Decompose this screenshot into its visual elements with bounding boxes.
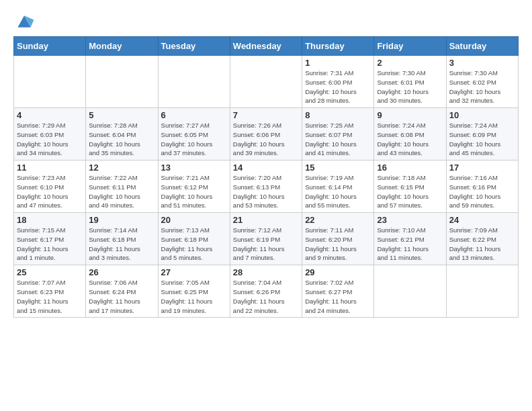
calendar-cell: 16Sunrise: 7:18 AM Sunset: 6:15 PM Dayli… xyxy=(374,161,446,213)
day-number: 21 xyxy=(233,215,299,225)
day-info: Sunrise: 7:06 AM Sunset: 6:24 PM Dayligh… xyxy=(89,278,154,315)
calendar-cell: 13Sunrise: 7:21 AM Sunset: 6:12 PM Dayli… xyxy=(158,161,230,213)
calendar-cell xyxy=(158,56,230,108)
day-info: Sunrise: 7:02 AM Sunset: 6:27 PM Dayligh… xyxy=(305,278,371,315)
day-info: Sunrise: 7:23 AM Sunset: 6:10 PM Dayligh… xyxy=(17,173,83,210)
day-number: 22 xyxy=(305,215,371,225)
day-number: 24 xyxy=(449,215,515,225)
day-number: 8 xyxy=(305,110,371,120)
col-header-friday: Friday xyxy=(374,37,446,56)
day-number: 28 xyxy=(233,267,299,277)
day-info: Sunrise: 7:27 AM Sunset: 6:05 PM Dayligh… xyxy=(161,121,227,158)
calendar-cell: 18Sunrise: 7:15 AM Sunset: 6:17 PM Dayli… xyxy=(14,213,86,265)
day-number: 9 xyxy=(377,110,443,120)
day-info: Sunrise: 7:18 AM Sunset: 6:15 PM Dayligh… xyxy=(377,173,443,210)
day-info: Sunrise: 7:21 AM Sunset: 6:12 PM Dayligh… xyxy=(161,173,227,210)
calendar-cell: 10Sunrise: 7:24 AM Sunset: 6:09 PM Dayli… xyxy=(446,108,518,161)
calendar-cell: 26Sunrise: 7:06 AM Sunset: 6:24 PM Dayli… xyxy=(86,265,158,318)
col-header-monday: Monday xyxy=(86,37,158,56)
calendar-cell: 7Sunrise: 7:26 AM Sunset: 6:06 PM Daylig… xyxy=(230,108,302,161)
day-info: Sunrise: 7:19 AM Sunset: 6:14 PM Dayligh… xyxy=(305,173,371,210)
day-number: 25 xyxy=(17,267,83,277)
calendar-week-5: 25Sunrise: 7:07 AM Sunset: 6:23 PM Dayli… xyxy=(14,265,519,318)
day-number: 6 xyxy=(161,110,227,120)
calendar-week-2: 4Sunrise: 7:29 AM Sunset: 6:03 PM Daylig… xyxy=(14,108,519,161)
day-number: 7 xyxy=(233,110,299,120)
calendar-week-1: 1Sunrise: 7:31 AM Sunset: 6:00 PM Daylig… xyxy=(14,56,519,108)
logo-icon xyxy=(13,12,35,31)
calendar-cell: 5Sunrise: 7:28 AM Sunset: 6:04 PM Daylig… xyxy=(86,108,158,161)
day-info: Sunrise: 7:22 AM Sunset: 6:11 PM Dayligh… xyxy=(89,173,154,210)
logo xyxy=(13,11,36,31)
calendar-cell: 11Sunrise: 7:23 AM Sunset: 6:10 PM Dayli… xyxy=(14,161,86,213)
calendar-cell: 21Sunrise: 7:12 AM Sunset: 6:19 PM Dayli… xyxy=(230,213,302,265)
calendar-cell: 19Sunrise: 7:14 AM Sunset: 6:18 PM Dayli… xyxy=(86,213,158,265)
calendar-cell: 29Sunrise: 7:02 AM Sunset: 6:27 PM Dayli… xyxy=(302,265,374,318)
calendar-cell: 22Sunrise: 7:11 AM Sunset: 6:20 PM Dayli… xyxy=(302,213,374,265)
calendar-cell: 15Sunrise: 7:19 AM Sunset: 6:14 PM Dayli… xyxy=(302,161,374,213)
day-number: 23 xyxy=(377,215,443,225)
calendar-cell: 28Sunrise: 7:04 AM Sunset: 6:26 PM Dayli… xyxy=(230,265,302,318)
day-number: 5 xyxy=(89,110,154,120)
day-number: 20 xyxy=(161,215,227,225)
calendar-cell xyxy=(446,265,518,318)
day-info: Sunrise: 7:29 AM Sunset: 6:03 PM Dayligh… xyxy=(17,121,83,158)
calendar-cell: 17Sunrise: 7:16 AM Sunset: 6:16 PM Dayli… xyxy=(446,161,518,213)
day-number: 10 xyxy=(449,110,515,120)
calendar-cell: 20Sunrise: 7:13 AM Sunset: 6:18 PM Dayli… xyxy=(158,213,230,265)
day-info: Sunrise: 7:24 AM Sunset: 6:08 PM Dayligh… xyxy=(377,121,443,158)
day-number: 15 xyxy=(305,163,371,173)
calendar-cell: 24Sunrise: 7:09 AM Sunset: 6:22 PM Dayli… xyxy=(446,213,518,265)
calendar-table: SundayMondayTuesdayWednesdayThursdayFrid… xyxy=(13,36,519,318)
calendar-cell: 8Sunrise: 7:25 AM Sunset: 6:07 PM Daylig… xyxy=(302,108,374,161)
day-number: 19 xyxy=(89,215,154,225)
day-info: Sunrise: 7:30 AM Sunset: 6:01 PM Dayligh… xyxy=(377,68,443,105)
day-number: 27 xyxy=(161,267,227,277)
day-info: Sunrise: 7:24 AM Sunset: 6:09 PM Dayligh… xyxy=(449,121,515,158)
calendar-cell xyxy=(230,56,302,108)
day-info: Sunrise: 7:10 AM Sunset: 6:21 PM Dayligh… xyxy=(377,226,443,263)
day-info: Sunrise: 7:15 AM Sunset: 6:17 PM Dayligh… xyxy=(17,226,83,263)
page: SundayMondayTuesdayWednesdayThursdayFrid… xyxy=(0,0,532,411)
day-number: 2 xyxy=(377,58,443,68)
calendar-cell: 3Sunrise: 7:30 AM Sunset: 6:02 PM Daylig… xyxy=(446,56,518,108)
calendar-cell: 12Sunrise: 7:22 AM Sunset: 6:11 PM Dayli… xyxy=(86,161,158,213)
calendar-cell xyxy=(86,56,158,108)
day-info: Sunrise: 7:07 AM Sunset: 6:23 PM Dayligh… xyxy=(17,278,83,315)
day-number: 13 xyxy=(161,163,227,173)
day-info: Sunrise: 7:26 AM Sunset: 6:06 PM Dayligh… xyxy=(233,121,299,158)
calendar-week-3: 11Sunrise: 7:23 AM Sunset: 6:10 PM Dayli… xyxy=(14,161,519,213)
day-number: 12 xyxy=(89,163,154,173)
day-number: 17 xyxy=(449,163,515,173)
day-number: 11 xyxy=(17,163,83,173)
day-info: Sunrise: 7:09 AM Sunset: 6:22 PM Dayligh… xyxy=(449,226,515,263)
day-number: 26 xyxy=(89,267,154,277)
col-header-wednesday: Wednesday xyxy=(230,37,302,56)
day-info: Sunrise: 7:25 AM Sunset: 6:07 PM Dayligh… xyxy=(305,121,371,158)
day-number: 16 xyxy=(377,163,443,173)
day-number: 1 xyxy=(305,58,371,68)
day-info: Sunrise: 7:28 AM Sunset: 6:04 PM Dayligh… xyxy=(89,121,154,158)
day-info: Sunrise: 7:05 AM Sunset: 6:25 PM Dayligh… xyxy=(161,278,227,315)
col-header-tuesday: Tuesday xyxy=(158,37,230,56)
col-header-thursday: Thursday xyxy=(302,37,374,56)
calendar-cell: 25Sunrise: 7:07 AM Sunset: 6:23 PM Dayli… xyxy=(14,265,86,318)
day-info: Sunrise: 7:30 AM Sunset: 6:02 PM Dayligh… xyxy=(449,68,515,105)
header xyxy=(13,11,519,31)
day-number: 4 xyxy=(17,110,83,120)
calendar-cell: 14Sunrise: 7:20 AM Sunset: 6:13 PM Dayli… xyxy=(230,161,302,213)
day-info: Sunrise: 7:31 AM Sunset: 6:00 PM Dayligh… xyxy=(305,68,371,105)
day-number: 18 xyxy=(17,215,83,225)
day-info: Sunrise: 7:20 AM Sunset: 6:13 PM Dayligh… xyxy=(233,173,299,210)
day-info: Sunrise: 7:14 AM Sunset: 6:18 PM Dayligh… xyxy=(89,226,154,263)
calendar-cell: 9Sunrise: 7:24 AM Sunset: 6:08 PM Daylig… xyxy=(374,108,446,161)
calendar-cell: 2Sunrise: 7:30 AM Sunset: 6:01 PM Daylig… xyxy=(374,56,446,108)
day-info: Sunrise: 7:13 AM Sunset: 6:18 PM Dayligh… xyxy=(161,226,227,263)
calendar-cell xyxy=(14,56,86,108)
calendar-cell: 1Sunrise: 7:31 AM Sunset: 6:00 PM Daylig… xyxy=(302,56,374,108)
day-info: Sunrise: 7:11 AM Sunset: 6:20 PM Dayligh… xyxy=(305,226,371,263)
day-number: 14 xyxy=(233,163,299,173)
calendar-header-row: SundayMondayTuesdayWednesdayThursdayFrid… xyxy=(14,37,519,56)
calendar-week-4: 18Sunrise: 7:15 AM Sunset: 6:17 PM Dayli… xyxy=(14,213,519,265)
calendar-cell: 23Sunrise: 7:10 AM Sunset: 6:21 PM Dayli… xyxy=(374,213,446,265)
